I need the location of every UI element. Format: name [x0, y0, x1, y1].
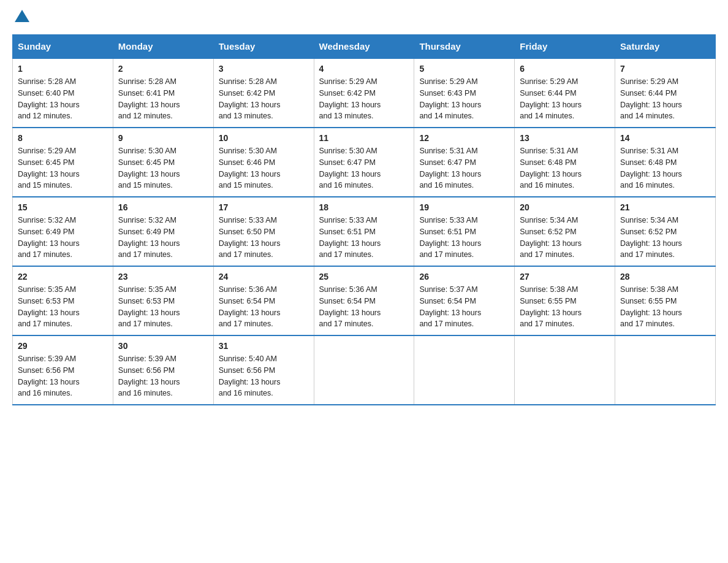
logo	[12, 12, 29, 22]
day-number: 5	[419, 64, 509, 74]
day-info: Sunrise: 5:28 AMSunset: 6:40 PMDaylight:…	[18, 76, 108, 122]
day-info: Sunrise: 5:34 AMSunset: 6:52 PMDaylight:…	[620, 215, 710, 261]
day-number: 28	[620, 272, 710, 282]
day-cell: 29Sunrise: 5:39 AMSunset: 6:56 PMDayligh…	[13, 335, 113, 405]
day-number: 4	[319, 64, 409, 74]
day-info: Sunrise: 5:33 AMSunset: 6:50 PMDaylight:…	[219, 215, 309, 261]
week-row-4: 22Sunrise: 5:35 AMSunset: 6:53 PMDayligh…	[13, 266, 716, 335]
day-cell	[314, 335, 414, 405]
day-cell: 24Sunrise: 5:36 AMSunset: 6:54 PMDayligh…	[213, 266, 314, 335]
day-cell: 30Sunrise: 5:39 AMSunset: 6:56 PMDayligh…	[113, 335, 213, 405]
day-info: Sunrise: 5:32 AMSunset: 6:49 PMDaylight:…	[118, 215, 208, 261]
day-cell	[615, 335, 716, 405]
day-cell	[414, 335, 515, 405]
calendar-body: 1Sunrise: 5:28 AMSunset: 6:40 PMDaylight…	[13, 58, 716, 405]
day-number: 27	[520, 272, 610, 282]
logo-combined	[12, 12, 29, 22]
day-cell: 26Sunrise: 5:37 AMSunset: 6:54 PMDayligh…	[414, 266, 515, 335]
week-row-1: 1Sunrise: 5:28 AMSunset: 6:40 PMDaylight…	[13, 58, 716, 128]
day-number: 24	[219, 272, 309, 282]
page-header	[12, 12, 716, 22]
day-cell: 10Sunrise: 5:30 AMSunset: 6:46 PMDayligh…	[213, 128, 314, 197]
day-info: Sunrise: 5:40 AMSunset: 6:56 PMDaylight:…	[219, 353, 309, 399]
day-info: Sunrise: 5:29 AMSunset: 6:45 PMDaylight:…	[18, 145, 108, 191]
day-cell: 21Sunrise: 5:34 AMSunset: 6:52 PMDayligh…	[615, 197, 716, 266]
day-number: 16	[118, 202, 208, 212]
day-cell: 16Sunrise: 5:32 AMSunset: 6:49 PMDayligh…	[113, 197, 213, 266]
week-row-5: 29Sunrise: 5:39 AMSunset: 6:56 PMDayligh…	[13, 335, 716, 405]
day-number: 2	[118, 64, 208, 74]
day-number: 18	[319, 202, 409, 212]
day-cell: 19Sunrise: 5:33 AMSunset: 6:51 PMDayligh…	[414, 197, 515, 266]
header-row: SundayMondayTuesdayWednesdayThursdayFrid…	[13, 35, 716, 59]
header-cell-sunday: Sunday	[13, 35, 113, 59]
day-cell: 22Sunrise: 5:35 AMSunset: 6:53 PMDayligh…	[13, 266, 113, 335]
header-cell-saturday: Saturday	[615, 35, 716, 59]
header-cell-thursday: Thursday	[414, 35, 515, 59]
day-info: Sunrise: 5:36 AMSunset: 6:54 PMDaylight:…	[219, 284, 309, 330]
week-row-3: 15Sunrise: 5:32 AMSunset: 6:49 PMDayligh…	[13, 197, 716, 266]
day-cell: 25Sunrise: 5:36 AMSunset: 6:54 PMDayligh…	[314, 266, 414, 335]
day-cell: 7Sunrise: 5:29 AMSunset: 6:44 PMDaylight…	[615, 58, 716, 128]
day-info: Sunrise: 5:38 AMSunset: 6:55 PMDaylight:…	[620, 284, 710, 330]
day-number: 29	[18, 341, 108, 351]
day-cell: 18Sunrise: 5:33 AMSunset: 6:51 PMDayligh…	[314, 197, 414, 266]
day-cell: 5Sunrise: 5:29 AMSunset: 6:43 PMDaylight…	[414, 58, 515, 128]
day-info: Sunrise: 5:29 AMSunset: 6:43 PMDaylight:…	[419, 76, 509, 122]
header-cell-friday: Friday	[515, 35, 615, 59]
day-info: Sunrise: 5:31 AMSunset: 6:48 PMDaylight:…	[620, 145, 710, 191]
day-cell: 23Sunrise: 5:35 AMSunset: 6:53 PMDayligh…	[113, 266, 213, 335]
day-number: 30	[118, 341, 208, 351]
day-info: Sunrise: 5:30 AMSunset: 6:45 PMDaylight:…	[118, 145, 208, 191]
day-info: Sunrise: 5:39 AMSunset: 6:56 PMDaylight:…	[18, 353, 108, 399]
day-info: Sunrise: 5:39 AMSunset: 6:56 PMDaylight:…	[118, 353, 208, 399]
day-cell: 4Sunrise: 5:29 AMSunset: 6:42 PMDaylight…	[314, 58, 414, 128]
day-cell: 2Sunrise: 5:28 AMSunset: 6:41 PMDaylight…	[113, 58, 213, 128]
day-cell: 13Sunrise: 5:31 AMSunset: 6:48 PMDayligh…	[515, 128, 615, 197]
day-number: 22	[18, 272, 108, 282]
day-number: 26	[419, 272, 509, 282]
logo-row1	[12, 12, 29, 22]
day-number: 6	[520, 64, 610, 74]
day-number: 7	[620, 64, 710, 74]
day-cell: 11Sunrise: 5:30 AMSunset: 6:47 PMDayligh…	[314, 128, 414, 197]
day-number: 19	[419, 202, 509, 212]
day-number: 1	[18, 64, 108, 74]
day-cell: 3Sunrise: 5:28 AMSunset: 6:42 PMDaylight…	[213, 58, 314, 128]
day-cell: 9Sunrise: 5:30 AMSunset: 6:45 PMDaylight…	[113, 128, 213, 197]
header-cell-tuesday: Tuesday	[213, 35, 314, 59]
day-cell: 31Sunrise: 5:40 AMSunset: 6:56 PMDayligh…	[213, 335, 314, 405]
day-cell: 20Sunrise: 5:34 AMSunset: 6:52 PMDayligh…	[515, 197, 615, 266]
day-info: Sunrise: 5:32 AMSunset: 6:49 PMDaylight:…	[18, 215, 108, 261]
day-info: Sunrise: 5:31 AMSunset: 6:48 PMDaylight:…	[520, 145, 610, 191]
day-number: 8	[18, 133, 108, 143]
day-number: 15	[18, 202, 108, 212]
day-cell: 1Sunrise: 5:28 AMSunset: 6:40 PMDaylight…	[13, 58, 113, 128]
calendar-table: SundayMondayTuesdayWednesdayThursdayFrid…	[12, 34, 716, 405]
day-number: 17	[219, 202, 309, 212]
day-info: Sunrise: 5:30 AMSunset: 6:47 PMDaylight:…	[319, 145, 409, 191]
day-info: Sunrise: 5:28 AMSunset: 6:41 PMDaylight:…	[118, 76, 208, 122]
week-row-2: 8Sunrise: 5:29 AMSunset: 6:45 PMDaylight…	[13, 128, 716, 197]
logo-triangle-icon	[15, 10, 29, 22]
day-number: 31	[219, 341, 309, 351]
day-cell: 27Sunrise: 5:38 AMSunset: 6:55 PMDayligh…	[515, 266, 615, 335]
day-info: Sunrise: 5:35 AMSunset: 6:53 PMDaylight:…	[18, 284, 108, 330]
day-cell: 14Sunrise: 5:31 AMSunset: 6:48 PMDayligh…	[615, 128, 716, 197]
day-cell: 15Sunrise: 5:32 AMSunset: 6:49 PMDayligh…	[13, 197, 113, 266]
day-info: Sunrise: 5:29 AMSunset: 6:42 PMDaylight:…	[319, 76, 409, 122]
day-number: 14	[620, 133, 710, 143]
day-cell: 12Sunrise: 5:31 AMSunset: 6:47 PMDayligh…	[414, 128, 515, 197]
day-info: Sunrise: 5:35 AMSunset: 6:53 PMDaylight:…	[118, 284, 208, 330]
day-info: Sunrise: 5:34 AMSunset: 6:52 PMDaylight:…	[520, 215, 610, 261]
day-info: Sunrise: 5:33 AMSunset: 6:51 PMDaylight:…	[319, 215, 409, 261]
day-number: 25	[319, 272, 409, 282]
day-info: Sunrise: 5:36 AMSunset: 6:54 PMDaylight:…	[319, 284, 409, 330]
day-info: Sunrise: 5:33 AMSunset: 6:51 PMDaylight:…	[419, 215, 509, 261]
day-number: 23	[118, 272, 208, 282]
day-info: Sunrise: 5:30 AMSunset: 6:46 PMDaylight:…	[219, 145, 309, 191]
day-info: Sunrise: 5:29 AMSunset: 6:44 PMDaylight:…	[620, 76, 710, 122]
day-number: 9	[118, 133, 208, 143]
day-number: 10	[219, 133, 309, 143]
day-cell: 6Sunrise: 5:29 AMSunset: 6:44 PMDaylight…	[515, 58, 615, 128]
